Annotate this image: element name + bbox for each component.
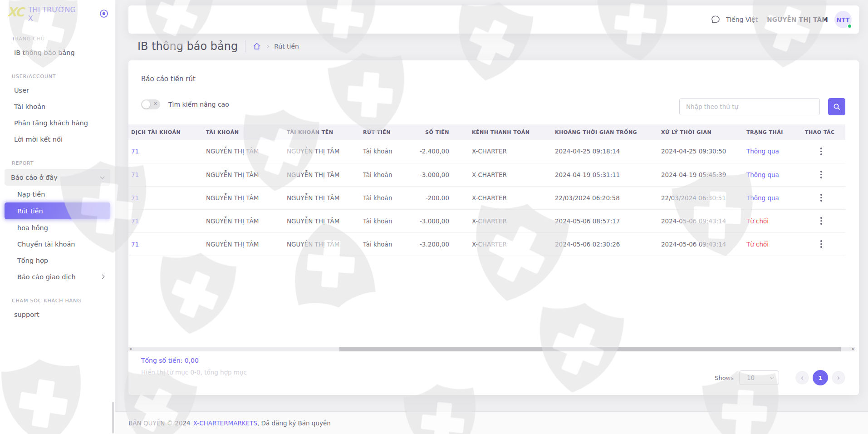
cell-actions: [802, 209, 845, 232]
language-selector[interactable]: Tiếng Việt: [726, 16, 758, 23]
cell-tx-account[interactable]: 71: [128, 140, 203, 163]
sidebar-item-support[interactable]: support: [5, 306, 110, 322]
pagination: Shows 10 ‹ 1 ›: [715, 370, 845, 385]
next-page-button[interactable]: ›: [832, 371, 845, 385]
copyright-prefix: BẢN QUYỀN © 2024: [128, 419, 191, 427]
cell-account: NGUYỄN THỊ TÂM: [203, 232, 284, 256]
cell-withdraw-type: Tài khoản: [360, 209, 406, 232]
table-row: 71 NGUYỄN THỊ TÂM NGUYỄN THỊ TÂM Tài kho…: [128, 186, 845, 209]
toggle-off-icon: ✕: [153, 101, 157, 107]
status-badge: Thông qua: [744, 163, 802, 186]
sidebar-item-report-group[interactable]: Báo cáo ở đây: [5, 169, 110, 186]
row-menu-icon[interactable]: [820, 240, 822, 248]
online-status-dot: [847, 24, 852, 29]
cell-account: NGUYỄN THỊ TÂM: [203, 186, 284, 209]
status-badge: Thông qua: [744, 186, 802, 209]
copyright-suffix: , Đã đăng ký Bản quyền: [257, 419, 331, 427]
search-input[interactable]: [679, 98, 820, 115]
cell-actions: [802, 232, 845, 256]
breadcrumb-separator-icon: [266, 44, 269, 48]
cell-channel: X-CHARTER: [469, 186, 552, 209]
brand-title[interactable]: THỊ TRƯỜNG X: [28, 5, 99, 23]
cell-channel: X-CHARTER: [469, 140, 552, 163]
sidebar-item-commission[interactable]: hoa hồng: [5, 220, 110, 236]
cell-request-time: 2024-05-06 02:30:26: [552, 232, 658, 256]
page-head: IB thông báo bảng Rút tiền: [137, 40, 299, 53]
table-horizontal-scrollbar[interactable]: ◂ ▸: [128, 347, 855, 351]
advanced-search-toggle[interactable]: ✕: [141, 99, 160, 109]
brand-title-line2: X: [28, 14, 99, 23]
cell-request-time: 22/03/2024 06:20:58: [552, 186, 658, 209]
cell-actions: [802, 186, 845, 209]
col-tx-account: DỊCH TÀI KHOẢN: [128, 124, 203, 140]
sidebar-item-label: Chuyển tài khoản: [17, 241, 75, 248]
table-row: 71 NGUYỄN THỊ TÂM NGUYỄN THỊ TÂM Tài kho…: [128, 163, 845, 186]
sidebar-item-label: support: [14, 311, 39, 318]
sidebar-item-withdraw[interactable]: Rút tiền: [5, 202, 110, 219]
divider: [245, 40, 245, 52]
avatar[interactable]: NTT: [834, 11, 852, 28]
cell-process-time: 2024-05-06 09:43:14: [658, 209, 744, 232]
card-title: Báo cáo tiền rút: [128, 60, 859, 83]
sidebar-item-summary[interactable]: Tổng hợp: [5, 252, 110, 268]
cell-withdraw-type: Tài khoản: [360, 232, 406, 256]
cell-tx-account[interactable]: 71: [128, 163, 203, 186]
cell-actions: [802, 163, 845, 186]
col-process-time: XỬ LÝ THỜI GIAN: [658, 124, 744, 140]
sidebar-item-transfer[interactable]: Chuyển tài khoản: [5, 236, 110, 252]
sidebar-item-label: Báo cáo ở đây: [11, 174, 101, 181]
current-page-button[interactable]: 1: [813, 370, 828, 385]
cell-request-time: 2024-04-25 09:18:14: [552, 140, 658, 163]
scroll-left-icon[interactable]: ◂: [129, 346, 132, 351]
home-icon[interactable]: [253, 42, 261, 50]
breadcrumb-current: Rút tiền: [274, 43, 299, 50]
sidebar-item-ib-dashboard[interactable]: IB thông báo bảng: [5, 44, 110, 60]
cell-request-time: 2024-04-19 05:31:11: [552, 163, 658, 186]
sidebar-scrollbar-thumb[interactable]: [112, 402, 114, 434]
col-withdraw: RÚT TIỀN: [360, 124, 406, 140]
sidebar-item-customer-tier[interactable]: Phân tầng khách hàng: [5, 115, 110, 131]
scroll-right-icon[interactable]: ▸: [852, 346, 854, 351]
sidebar-item-label: hoa hồng: [17, 224, 48, 232]
sidebar-item-label: Phân tầng khách hàng: [14, 119, 88, 127]
sidebar-item-invite-link[interactable]: Lời mời kết nối: [5, 131, 110, 147]
sidebar-item-account[interactable]: Tài khoản: [5, 99, 110, 114]
cell-channel: X-CHARTER: [469, 209, 552, 232]
section-label-user-account: USER/ACCOUNT: [12, 74, 115, 79]
cell-tx-account[interactable]: 71: [128, 232, 203, 256]
chevron-down-icon: [770, 375, 774, 379]
cell-amount: -200.00: [406, 186, 469, 209]
scrollbar-thumb[interactable]: [339, 347, 841, 351]
cell-account-name: NGUYỄN THỊ TÂM: [284, 140, 360, 163]
brand-link[interactable]: X-CHARTERMARKETS: [193, 419, 257, 427]
breadcrumb: Rút tiền: [253, 42, 299, 50]
sidebar-pin-icon[interactable]: [99, 9, 108, 20]
sidebar-item-transaction-report[interactable]: Báo cáo giao dịch: [5, 269, 110, 285]
total-amount: Tổng số tiền: 0,00: [141, 357, 846, 364]
row-menu-icon[interactable]: [820, 171, 822, 178]
cell-tx-account[interactable]: 71: [128, 186, 203, 209]
brand-area: XC THỊ TRƯỜNG X: [0, 0, 115, 23]
toggle-knob: [142, 100, 150, 108]
user-name[interactable]: NGUYỄN THỊ TÂM: [767, 16, 828, 23]
sidebar-item-label: Báo cáo giao dịch: [17, 273, 101, 281]
cell-account-name: NGUYỄN THỊ TÂM: [284, 232, 360, 256]
sidebar-item-deposit[interactable]: Nạp tiền: [5, 186, 110, 202]
col-actions: THAO TÁC: [802, 124, 845, 140]
row-menu-icon[interactable]: [820, 217, 822, 225]
status-badge: Từ chối: [744, 209, 802, 232]
chat-icon[interactable]: [711, 15, 721, 25]
search-button[interactable]: [828, 98, 845, 115]
cell-process-time: 22/03/2024 06:30:51: [658, 186, 744, 209]
page-size-select[interactable]: 10: [739, 370, 779, 385]
section-label-support: CHĂM SÓC KHÁCH HÀNG: [12, 298, 115, 304]
cell-tx-account[interactable]: 71: [128, 209, 203, 232]
page-title: IB thông báo bảng: [137, 40, 238, 53]
sidebar-item-user[interactable]: User: [5, 82, 110, 98]
row-menu-icon[interactable]: [820, 194, 822, 202]
withdrawals-table-wrap: DỊCH TÀI KHOẢN TÀI KHOẢN TÀI KHOẢN TÊN R…: [128, 124, 845, 344]
prev-page-button[interactable]: ‹: [795, 371, 809, 385]
col-channel: KÊNH THANH TOÁN: [469, 124, 552, 140]
row-menu-icon[interactable]: [820, 148, 822, 155]
advanced-search-label: Tìm kiếm nâng cao: [168, 101, 229, 108]
